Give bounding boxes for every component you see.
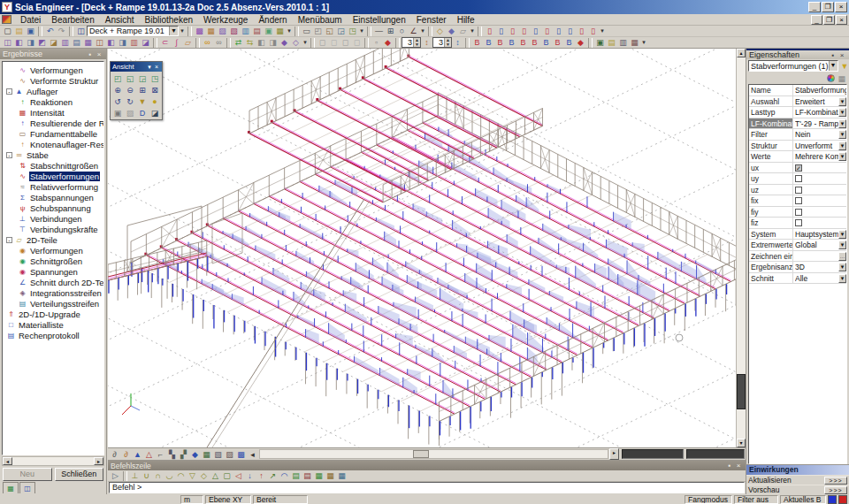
gallery-icon[interactable]: ◱: [324, 26, 335, 36]
structure-icon[interactable]: ◫: [94, 37, 105, 48]
chevron-down-icon[interactable]: ▾: [599, 26, 606, 36]
tree-item[interactable]: ↑Resultierende der Reaktionen: [3, 118, 103, 128]
shade-icon[interactable]: ▨: [124, 107, 136, 118]
tree-item[interactable]: -▲Auflager: [3, 86, 103, 96]
ucs-icon[interactable]: ▦: [313, 470, 325, 481]
property-row[interactable]: ExtremwerteGlobal▼: [749, 240, 846, 251]
status-cell[interactable]: Fangmodus: [685, 495, 732, 504]
tree-item[interactable]: ∿Verformungen: [3, 65, 103, 75]
zoom-window-icon[interactable]: ⊞: [136, 84, 149, 95]
document-window-icon[interactable]: [2, 15, 11, 24]
tree-item[interactable]: ◉Verformungen: [3, 245, 103, 256]
clip-icon[interactable]: ∂: [109, 449, 120, 460]
snap-near-icon[interactable]: ↗: [267, 470, 279, 481]
tree-item[interactable]: ▭Fundamenttabelle: [3, 128, 103, 139]
snap-intersect-icon[interactable]: ◇: [198, 470, 210, 481]
pin-icon[interactable]: ▪: [829, 51, 838, 59]
menu-item-bibliotheken[interactable]: Bibliotheken: [140, 15, 198, 25]
tree-item[interactable]: ◉Schnittgrößen: [3, 256, 103, 266]
structure-icon[interactable]: ◨: [117, 37, 128, 48]
view-parameter-icon[interactable]: ▯: [495, 26, 507, 36]
tree-item[interactable]: ▤Verteilungsstreifen: [3, 298, 103, 309]
pin-icon[interactable]: ▪: [725, 462, 734, 470]
support-view-icon[interactable]: △: [143, 449, 155, 460]
property-object-select[interactable]: Stabverformungen (1) ▼: [748, 60, 838, 72]
load-case-icon[interactable]: B: [506, 37, 517, 48]
viewport-hscrollbar[interactable]: [259, 449, 608, 459]
result-icon[interactable]: ▥: [617, 37, 629, 48]
ellipsis-button[interactable]: …: [838, 252, 846, 261]
point-icon[interactable]: ▫: [371, 37, 382, 48]
structure-icon[interactable]: ◧: [13, 37, 25, 48]
structure-icon[interactable]: ▦: [82, 37, 94, 48]
property-row[interactable]: Ergebnisanz...3D▼: [749, 262, 846, 273]
pin-icon[interactable]: ▪: [86, 50, 95, 58]
property-row[interactable]: fiz: [749, 218, 846, 229]
node-view-icon[interactable]: ◆: [189, 449, 201, 460]
scale-icon[interactable]: ◇: [290, 37, 302, 48]
view-parameter-icon[interactable]: ▯: [507, 26, 518, 36]
property-checkbox[interactable]: [795, 175, 802, 182]
tree-item[interactable]: ΣStabspannungen: [3, 192, 103, 202]
property-row[interactable]: SystemHauptsystem▼: [749, 229, 846, 241]
mesh-icon[interactable]: ▧: [212, 449, 224, 460]
collapse-arrow-icon[interactable]: ◂: [247, 449, 258, 460]
snap-arc-icon[interactable]: ◡: [164, 470, 175, 481]
tree-item[interactable]: ∿Stabverformungen: [3, 171, 103, 181]
result-icon[interactable]: ▣: [594, 37, 606, 48]
chevron-down-icon[interactable]: ▾: [469, 26, 476, 36]
result-icon[interactable]: ▤: [606, 37, 617, 48]
scroll-right-icon[interactable]: ▸: [609, 448, 619, 460]
grid-tool-icon[interactable]: ⊞: [385, 26, 396, 36]
load-case-icon[interactable]: B: [540, 37, 552, 48]
scroll-down-icon[interactable]: ▾: [737, 439, 746, 447]
tab-service-tree[interactable]: ▦: [3, 482, 19, 493]
redo-icon[interactable]: ↷: [56, 26, 67, 36]
render-mode-icon[interactable]: D: [136, 107, 149, 118]
property-row[interactable]: fiy: [749, 207, 846, 218]
tree-item[interactable]: ⊤Verbindungskräfte: [3, 224, 103, 234]
layer-icon[interactable]: ◻: [351, 37, 363, 48]
property-checkbox[interactable]: ✓: [795, 164, 802, 172]
tree-item[interactable]: ▤Rechenprotokoll: [3, 330, 103, 340]
copy-icon[interactable]: ⇆: [244, 37, 256, 48]
load-case-icon[interactable]: B: [483, 37, 494, 48]
tree-expander-icon[interactable]: -: [6, 152, 12, 158]
chevron-down-icon[interactable]: ▾: [640, 37, 647, 48]
property-row[interactable]: WerteMehrere Kompon▼: [749, 151, 846, 163]
result-icon[interactable]: ▦: [629, 37, 640, 48]
view-parameter-icon[interactable]: ▯: [587, 26, 599, 36]
project-window-icon[interactable]: ◫: [75, 26, 87, 36]
chevron-down-icon[interactable]: ▼: [838, 108, 846, 117]
load-case-icon[interactable]: B: [494, 37, 506, 48]
structure-icon[interactable]: ▤: [71, 37, 82, 48]
support-view-icon[interactable]: ▲: [132, 449, 143, 460]
snap-arc-icon[interactable]: ◠: [175, 470, 187, 481]
property-row[interactable]: uz: [749, 185, 846, 196]
menu-item-hilfe[interactable]: Hilfe: [452, 15, 480, 25]
structure-icon[interactable]: ▥: [59, 37, 71, 48]
property-row[interactable]: LF-Kombinati...T'-29 - Rampe+Deck▼: [749, 118, 846, 130]
print-icon[interactable]: ▭: [301, 26, 312, 36]
chevron-down-icon[interactable]: ▼: [838, 97, 846, 106]
menu-item-menübaum[interactable]: Menübaum: [293, 15, 348, 25]
snap-node-icon[interactable]: ⊥: [129, 470, 141, 481]
tab-project[interactable]: ◫: [19, 482, 35, 493]
select-tool-icon[interactable]: ◇: [434, 26, 446, 36]
status-cell[interactable]: Filter aus: [734, 495, 778, 504]
tree-item[interactable]: ◈Integrationsstreifen: [3, 287, 103, 298]
property-row[interactable]: FilterNein▼: [749, 129, 846, 141]
snap-edge-icon[interactable]: ∪: [141, 470, 152, 481]
action-execute-button[interactable]: >>>: [824, 477, 847, 485]
chevron-down-icon[interactable]: ▼: [838, 230, 846, 239]
property-row[interactable]: StrukturUnverformt▼: [749, 141, 846, 152]
layer-icon[interactable]: ◻: [340, 37, 351, 48]
mesh-icon[interactable]: ▩: [235, 449, 247, 460]
tree-item[interactable]: ψSchubspannung: [3, 202, 103, 213]
count-stepper[interactable]: 3▲▼: [432, 37, 452, 48]
ucs-icon[interactable]: ▤: [290, 470, 302, 481]
3d-viewport[interactable]: Ansicht ▾ × ◰◱◲◳⊕⊖⊞⊠↺↻▼●▣▨D◪ ▴ ▾: [108, 49, 746, 448]
undo-icon[interactable]: ↶: [44, 26, 56, 36]
tree-item[interactable]: ↑Reaktionen: [3, 96, 103, 107]
light-icon[interactable]: ●: [149, 95, 161, 107]
